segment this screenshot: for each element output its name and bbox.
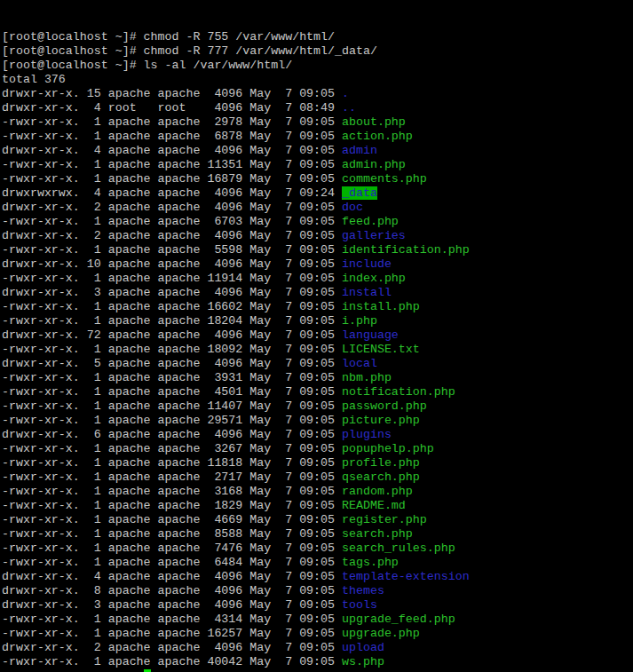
file-name: tools: [342, 598, 377, 612]
command-text: ls -al /var/www/html/: [144, 59, 293, 72]
shell-prompt: [root@localhost ~]#: [2, 59, 144, 72]
file-name: comments.php: [342, 172, 427, 186]
file-name: plugins: [342, 428, 392, 441]
file-row: -rwxr-xr-x. 1 apache apache 11351 May 7 …: [2, 158, 633, 172]
file-meta: drwxrwxrwx. 4 apache apache 4096 May 7 0…: [2, 186, 342, 200]
file-meta: drwxr-xr-x. 8 apache apache 4096 May 7 0…: [2, 584, 342, 597]
terminal-output: [root@localhost ~]# chmod -R 755 /var/ww…: [2, 30, 633, 672]
file-row: -rwxr-xr-x. 1 apache apache 11407 May 7 …: [2, 399, 633, 414]
file-row: -rwxr-xr-x. 1 apache apache 3931 May 7 0…: [2, 371, 633, 385]
shell-prompt: [root@localhost ~]#: [2, 44, 144, 58]
file-row: drwxr-xr-x. 3 apache apache 4096 May 7 0…: [2, 598, 633, 613]
file-meta: -rwxr-xr-x. 1 apache apache 8588 May 7 0…: [2, 527, 342, 541]
file-name: include: [342, 257, 392, 271]
command-line-2: [root@localhost ~]# chmod -R 777 /var/ww…: [2, 44, 633, 59]
file-meta: drwxr-xr-x. 4 root root 4096 May 7 08:49: [2, 101, 342, 115]
total-text: total 376: [2, 73, 66, 86]
file-meta: drwxr-xr-x. 4 apache apache 4096 May 7 0…: [2, 570, 342, 583]
file-row: drwxr-xr-x. 5 apache apache 4096 May 7 0…: [2, 357, 633, 371]
file-row: drwxr-xr-x. 3 apache apache 4096 May 7 0…: [2, 286, 633, 300]
file-name: README.md: [342, 499, 406, 512]
file-row: -rwxr-xr-x. 1 apache apache 6484 May 7 0…: [2, 556, 633, 570]
file-name: identification.php: [342, 243, 470, 257]
file-meta: -rwxr-xr-x. 1 apache apache 16879 May 7 …: [2, 172, 342, 186]
file-row: -rwxr-xr-x. 1 apache apache 40042 May 7 …: [2, 655, 633, 669]
terminal-screen[interactable]: [root@localhost ~]# chmod -R 755 /var/ww…: [0, 0, 633, 672]
file-row: -rwxr-xr-x. 1 apache apache 7476 May 7 0…: [2, 542, 633, 556]
file-meta: -rwxr-xr-x. 1 apache apache 3267 May 7 0…: [2, 442, 342, 455]
file-name: random.php: [342, 485, 413, 498]
command-line-3: [root@localhost ~]# ls -al /var/www/html…: [2, 59, 633, 73]
file-meta: drwxr-xr-x. 4 apache apache 4096 May 7 0…: [2, 144, 342, 157]
file-meta: -rwxr-xr-x. 1 apache apache 11914 May 7 …: [2, 272, 342, 285]
file-name: picture.php: [342, 414, 420, 427]
file-row: -rwxr-xr-x. 1 apache apache 4314 May 7 0…: [2, 613, 633, 627]
file-name: upgrade_feed.php: [342, 613, 455, 626]
file-meta: -rwxr-xr-x. 1 apache apache 16257 May 7 …: [2, 627, 342, 640]
file-name: notification.php: [342, 385, 455, 399]
file-name: register.php: [342, 513, 427, 526]
file-name: install.php: [342, 300, 420, 313]
total-line: total 376: [2, 73, 633, 87]
file-name: profile.php: [342, 456, 420, 470]
file-name: _data: [342, 186, 377, 200]
file-meta: -rwxr-xr-x. 1 apache apache 6878 May 7 0…: [2, 130, 342, 143]
file-meta: drwxr-xr-x. 2 apache apache 4096 May 7 0…: [2, 201, 342, 214]
file-name: popuphelp.php: [342, 442, 434, 455]
file-meta: drwxr-xr-x. 6 apache apache 4096 May 7 0…: [2, 428, 342, 441]
file-meta: -rwxr-xr-x. 1 apache apache 3931 May 7 0…: [2, 371, 342, 384]
file-row: drwxr-xr-x. 2 apache apache 4096 May 7 0…: [2, 201, 633, 215]
file-row: -rwxr-xr-x. 1 apache apache 5598 May 7 0…: [2, 243, 633, 257]
file-name: doc: [342, 201, 363, 214]
command-text: chmod -R 777 /var/www/html/_data/: [144, 44, 377, 58]
shell-prompt: [root@localhost ~]#: [2, 30, 144, 43]
file-row: -rwxr-xr-x. 1 apache apache 2978 May 7 0…: [2, 115, 633, 130]
file-meta: -rwxr-xr-x. 1 apache apache 11818 May 7 …: [2, 456, 342, 470]
file-row: -rwxr-xr-x. 1 apache apache 1829 May 7 0…: [2, 499, 633, 513]
file-meta: drwxr-xr-x. 5 apache apache 4096 May 7 0…: [2, 357, 342, 370]
file-row: -rwxr-xr-x. 1 apache apache 11914 May 7 …: [2, 272, 633, 286]
file-meta: -rwxr-xr-x. 1 apache apache 6703 May 7 0…: [2, 215, 342, 228]
file-row: drwxr-xr-x. 10 apache apache 4096 May 7 …: [2, 257, 633, 272]
file-meta: drwxr-xr-x. 3 apache apache 4096 May 7 0…: [2, 598, 342, 612]
file-meta: -rwxr-xr-x. 1 apache apache 29571 May 7 …: [2, 414, 342, 427]
file-meta: -rwxr-xr-x. 1 apache apache 16602 May 7 …: [2, 300, 342, 313]
file-meta: -rwxr-xr-x. 1 apache apache 40042 May 7 …: [2, 655, 342, 668]
file-name: LICENSE.txt: [342, 343, 420, 356]
file-name: tags.php: [342, 556, 399, 569]
file-name: action.php: [342, 130, 413, 143]
file-name: qsearch.php: [342, 470, 420, 484]
file-name: template-extension: [342, 570, 470, 583]
file-meta: drwxr-xr-x. 2 apache apache 4096 May 7 0…: [2, 641, 342, 654]
file-meta: -rwxr-xr-x. 1 apache apache 6484 May 7 0…: [2, 556, 342, 569]
file-name: index.php: [342, 272, 406, 285]
file-row: -rwxr-xr-x. 1 apache apache 16879 May 7 …: [2, 172, 633, 186]
file-name: upgrade.php: [342, 627, 420, 640]
file-name: upload: [342, 641, 384, 654]
file-row: drwxr-xr-x. 4 apache apache 4096 May 7 0…: [2, 570, 633, 584]
file-name: search_rules.php: [342, 542, 455, 555]
file-meta: -rwxr-xr-x. 1 apache apache 7476 May 7 0…: [2, 542, 342, 555]
file-meta: -rwxr-xr-x. 1 apache apache 11351 May 7 …: [2, 158, 342, 171]
file-row: drwxr-xr-x. 6 apache apache 4096 May 7 0…: [2, 428, 633, 442]
file-meta: -rwxr-xr-x. 1 apache apache 5598 May 7 0…: [2, 243, 342, 257]
file-row: -rwxr-xr-x. 1 apache apache 18092 May 7 …: [2, 343, 633, 357]
file-name: feed.php: [342, 215, 399, 228]
file-row: -rwxr-xr-x. 1 apache apache 3267 May 7 0…: [2, 442, 633, 456]
file-name: admin.php: [342, 158, 406, 171]
file-name: install: [342, 286, 392, 299]
file-row: -rwxr-xr-x. 1 apache apache 16257 May 7 …: [2, 627, 633, 641]
file-name: themes: [342, 584, 384, 597]
file-row: -rwxr-xr-x. 1 apache apache 2717 May 7 0…: [2, 470, 633, 485]
file-name: .: [342, 87, 349, 100]
file-meta: drwxr-xr-x. 3 apache apache 4096 May 7 0…: [2, 286, 342, 299]
file-row: -rwxr-xr-x. 1 apache apache 16602 May 7 …: [2, 300, 633, 314]
file-meta: -rwxr-xr-x. 1 apache apache 3168 May 7 0…: [2, 485, 342, 498]
file-meta: -rwxr-xr-x. 1 apache apache 4501 May 7 0…: [2, 385, 342, 399]
file-meta: -rwxr-xr-x. 1 apache apache 1829 May 7 0…: [2, 499, 342, 512]
file-meta: drwxr-xr-x. 2 apache apache 4096 May 7 0…: [2, 229, 342, 242]
file-name: about.php: [342, 115, 406, 129]
file-name: i.php: [342, 314, 377, 328]
command-text: chmod -R 755 /var/www/html/: [144, 30, 335, 43]
file-row: -rwxr-xr-x. 1 apache apache 3168 May 7 0…: [2, 485, 633, 499]
